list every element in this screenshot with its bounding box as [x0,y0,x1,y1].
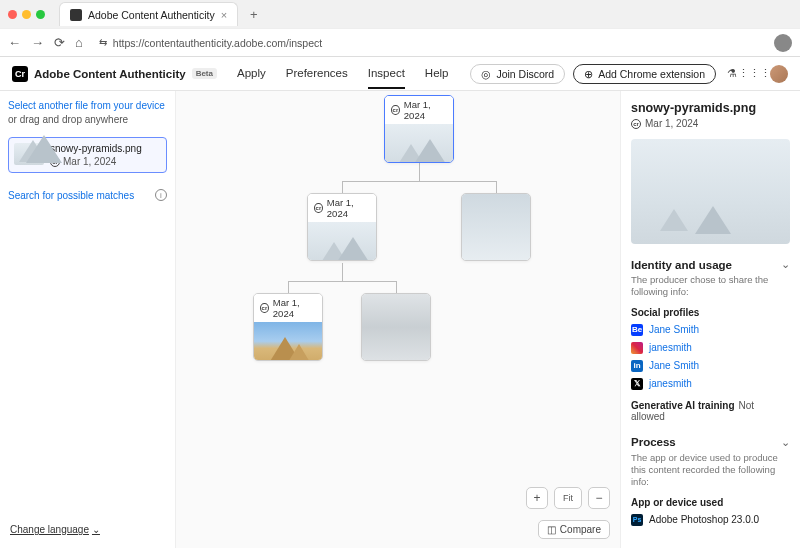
process-section-header[interactable]: Process ⌄ [631,436,790,449]
node-image [362,294,430,360]
credentials-badge-icon: cr [314,203,323,213]
app-name: Adobe Photoshop 23.0.0 [649,514,759,525]
zoom-out-button[interactable]: − [588,487,610,509]
node-image [254,322,322,361]
identity-section-header[interactable]: Identity and usage ⌄ [631,258,790,271]
nav-preferences[interactable]: Preferences [286,59,348,89]
search-matches-link[interactable]: Search for possible matches [8,190,134,201]
apps-grid-icon[interactable]: ⋮⋮⋮ [747,66,762,81]
x-link[interactable]: janesmith [649,378,692,389]
panel-date-text: Mar 1, 2024 [645,118,698,129]
nav-inspect[interactable]: Inspect [368,59,405,89]
connector [288,281,289,293]
nav-help[interactable]: Help [425,59,449,89]
selected-file-card[interactable]: snowy-pyramids.png crMar 1, 2024 [8,137,167,173]
tree-node-mid-right[interactable] [461,193,531,261]
browser-chrome: Adobe Content Authenticity × + ← → ⟳ ⌂ ⇆… [0,0,800,57]
search-matches-row: Search for possible matches i [8,189,167,201]
brand-name: Adobe Content Authenticity [34,68,186,80]
instagram-icon [631,342,643,354]
join-discord-label: Join Discord [496,68,554,80]
tree-node-leaf-right[interactable] [361,293,431,361]
zoom-in-button[interactable]: + [526,487,548,509]
labs-icon[interactable]: ⚗ [724,66,739,81]
social-linkedin: inJane Smith [631,360,790,372]
compare-button[interactable]: ◫ Compare [538,520,610,539]
back-icon[interactable]: ← [8,35,21,50]
social-x: 𝕏janesmith [631,378,790,390]
identity-subtext: The producer chose to share the followin… [631,274,790,299]
provenance-canvas[interactable]: crMar 1, 2024 crMar 1, 2024 crMar 1, 202… [176,91,620,548]
maximize-window-icon[interactable] [36,10,45,19]
chevron-down-icon: ⌄ [781,436,790,449]
panel-date: crMar 1, 2024 [631,118,790,129]
nav-apply[interactable]: Apply [237,59,266,89]
add-chrome-extension-button[interactable]: ⊕ Add Chrome extension [573,64,716,84]
details-panel: snowy-pyramids.png crMar 1, 2024 Identit… [620,91,800,548]
panel-title: snowy-pyramids.png [631,101,790,115]
address-bar[interactable]: ⇆ https://contentauthenticity.adobe.com/… [91,34,766,52]
social-instagram: janesmith [631,342,790,354]
x-icon: 𝕏 [631,378,643,390]
reload-icon[interactable]: ⟳ [54,35,65,50]
tab-strip: Adobe Content Authenticity × + [0,0,800,28]
tree-node-root[interactable]: crMar 1, 2024 [384,95,454,163]
node-image [462,194,530,260]
social-profiles-heading: Social profiles [631,307,790,318]
tree-node-leaf-left[interactable]: crMar 1, 2024 [253,293,323,361]
instagram-link[interactable]: janesmith [649,342,692,353]
identity-heading: Identity and usage [631,259,732,271]
tab-title: Adobe Content Authenticity [88,9,215,21]
change-language-link[interactable]: Change language⌄ [8,518,167,541]
file-thumbnail [14,143,44,165]
fit-button[interactable]: Fit [554,487,582,509]
window-controls[interactable] [8,10,45,19]
canvas-zoom-controls: + Fit − [526,487,610,509]
credentials-badge-icon: cr [391,105,400,115]
file-date-text: Mar 1, 2024 [63,156,116,167]
node-header: crMar 1, 2024 [254,294,322,322]
connector [396,281,397,293]
new-tab-button[interactable]: + [244,7,264,22]
home-icon[interactable]: ⌂ [75,35,83,50]
compare-label: Compare [560,524,601,535]
connector [419,163,420,181]
add-extension-label: Add Chrome extension [598,68,705,80]
credentials-badge-icon: cr [631,119,641,129]
node-image [308,222,376,261]
connector [288,281,396,282]
beta-badge: Beta [192,68,217,79]
browser-tab[interactable]: Adobe Content Authenticity × [59,2,238,26]
node-header: crMar 1, 2024 [308,194,376,222]
browser-profile-avatar[interactable] [774,34,792,52]
chevron-down-icon: ⌄ [781,258,790,271]
app-used-heading: App or device used [631,497,790,508]
panel-preview-image [631,139,790,244]
minimize-window-icon[interactable] [22,10,31,19]
site-settings-icon[interactable]: ⇆ [99,37,107,48]
compare-icon: ◫ [547,524,556,535]
select-file-link[interactable]: Select another file from your device [8,100,165,111]
forward-icon[interactable]: → [31,35,44,50]
app-row: Ps Adobe Photoshop 23.0.0 [631,514,790,526]
change-language-label: Change language [10,524,89,535]
close-tab-icon[interactable]: × [221,9,227,21]
close-window-icon[interactable] [8,10,17,19]
brand[interactable]: Cr Adobe Content Authenticity Beta [12,66,217,82]
behance-link[interactable]: Jane Smith [649,324,699,335]
extension-icon: ⊕ [584,68,593,80]
join-discord-button[interactable]: ◎ Join Discord [470,64,565,84]
connector [496,181,497,193]
linkedin-link[interactable]: Jane Smith [649,360,699,371]
main-columns: Select another file from your device or … [0,91,800,548]
info-icon[interactable]: i [155,189,167,201]
header-right: ◎ Join Discord ⊕ Add Chrome extension ⚗ … [470,64,788,84]
tree-node-mid-left[interactable]: crMar 1, 2024 [307,193,377,261]
user-avatar[interactable] [770,65,788,83]
upload-hint: Select another file from your device or … [8,99,167,127]
process-heading: Process [631,436,676,448]
node-date: Mar 1, 2024 [404,99,447,121]
connector [342,181,496,182]
file-date: crMar 1, 2024 [50,156,142,167]
connector [342,181,343,193]
